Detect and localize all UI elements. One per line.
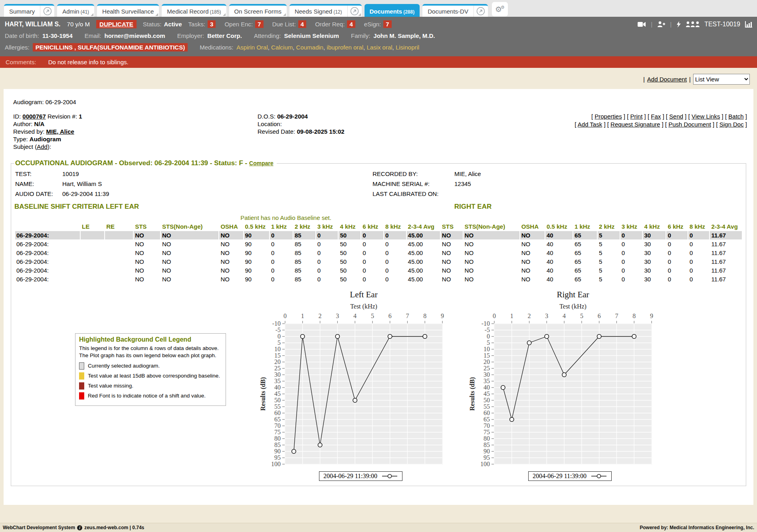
- right-ear-heading: RIGHT EAR: [454, 203, 492, 211]
- info-circle-icon[interactable]: i: [77, 525, 82, 530]
- compare-link[interactable]: Compare: [249, 160, 273, 166]
- right-col-6-khz: 6 kHz: [666, 222, 688, 231]
- batch-link[interactable]: Batch: [728, 113, 743, 120]
- document-actions-row2: [ Add Task ] [ Request Signature ] [ Pus…: [575, 121, 747, 129]
- counter-badge[interactable]: 7: [255, 20, 263, 28]
- family-label: Family:: [351, 32, 370, 39]
- legend-text: Test value missing.: [88, 382, 133, 390]
- legend-text: Red Font is to indicate notice of a shif…: [88, 392, 206, 399]
- row-cell: 0: [620, 266, 642, 275]
- svg-text:35: 35: [274, 378, 281, 384]
- audiogram-row[interactable]: 06-29-2004:NONONO900850500045.00NONONO40…: [15, 240, 742, 248]
- lightning-bolt-icon[interactable]: [676, 21, 681, 28]
- medication-item[interactable]: Calcium: [271, 44, 293, 51]
- row-cell: 5: [598, 257, 620, 266]
- row-cell: 0: [270, 266, 293, 275]
- dob-label: Date of birth:: [5, 32, 39, 39]
- svg-text:Test (kHz): Test (kHz): [559, 303, 587, 310]
- row-cell: 0: [666, 275, 688, 283]
- audiogram-legend-text: OCCUPATIONAL AUDIOGRAM - Observed: 06-29…: [15, 159, 247, 167]
- counter-label: eSign:: [364, 21, 381, 28]
- doc-id-link[interactable]: 0000767: [22, 113, 46, 120]
- external-link-icon[interactable]: [40, 6, 54, 17]
- audiogram-row[interactable]: 06-29-2004:NONONO900850500045.00NONONO40…: [15, 249, 742, 257]
- audiogram-row[interactable]: 06-29-2004:NONONO900850500045.00NONONO40…: [15, 231, 742, 239]
- tab-documents-dv[interactable]: Documents-DV: [422, 4, 488, 17]
- view-select[interactable]: List View: [693, 74, 750, 85]
- row-cell: NO: [161, 275, 219, 283]
- svg-text:70: 70: [274, 422, 281, 429]
- request-signature-link[interactable]: Request Signature: [610, 121, 660, 128]
- tab-admin[interactable]: Admin(41): [57, 4, 94, 17]
- send-link[interactable]: Send: [669, 113, 683, 120]
- audiogram-row[interactable]: 06-29-2004:NONONO900850500045.00NONONO40…: [15, 275, 742, 283]
- counter-badge[interactable]: 7: [383, 20, 391, 28]
- sign-doc-link[interactable]: Sign Doc: [719, 121, 744, 128]
- row-cell: 0: [316, 266, 338, 275]
- row-cell: 0: [270, 257, 293, 266]
- print-link[interactable]: Print: [630, 113, 643, 120]
- counter-badge[interactable]: 4: [298, 20, 306, 28]
- tab-on-screen-forms[interactable]: On Screen Forms: [229, 4, 287, 17]
- medication-item[interactable]: ibuprofen oral: [327, 44, 363, 51]
- properties-link[interactable]: Properties: [595, 113, 622, 120]
- svg-text:0: 0: [487, 333, 490, 340]
- add-task-link[interactable]: Add Task: [578, 121, 602, 128]
- svg-text:80: 80: [274, 435, 281, 442]
- three-users-icon[interactable]: [686, 21, 700, 27]
- medication-item[interactable]: Lasix oral: [367, 44, 392, 51]
- svg-text:-10: -10: [272, 320, 281, 327]
- tab-medical-record[interactable]: Medical Record(185): [162, 4, 226, 17]
- row-cell: 0: [666, 231, 688, 239]
- row-cell: NO: [441, 231, 463, 239]
- row-cell: NO: [464, 249, 519, 257]
- test-info-row: LAST CALIBRATED ON:: [373, 189, 481, 199]
- tab-documents[interactable]: Documents(288): [365, 4, 420, 17]
- tab-needs-signed[interactable]: Needs Signed(12): [289, 4, 362, 17]
- svg-text:40: 40: [274, 384, 281, 391]
- tab-health-surveillance[interactable]: Health Surveillance: [97, 4, 159, 17]
- doc-subject-line: Subject (Add):: [13, 143, 747, 150]
- external-link-icon[interactable]: [347, 6, 362, 17]
- add-document-link[interactable]: Add Document: [647, 76, 687, 83]
- fax-link[interactable]: Fax: [651, 113, 661, 120]
- external-link-icon[interactable]: [474, 6, 488, 17]
- medication-separator: ,: [392, 44, 396, 51]
- row-cell: 11.67: [710, 249, 742, 257]
- duplicate-flag[interactable]: DUPLICATE: [96, 20, 137, 28]
- document-actions-row1: [ Properties ] [ Print ] [ Fax ] [ Send …: [575, 113, 747, 121]
- video-camera-icon[interactable]: [638, 22, 646, 27]
- doc-type-line: Type: Audiogram: [13, 135, 747, 143]
- left-col-1-khz: 1 kHz: [270, 222, 293, 231]
- counter-badge[interactable]: 3: [208, 20, 216, 28]
- right-col-0.5-khz: 0.5 kHz: [545, 222, 573, 231]
- view-links-link[interactable]: View Links: [692, 113, 720, 120]
- row-cell: 0: [270, 231, 293, 239]
- settings-button[interactable]: ⚙ ⚙: [492, 2, 508, 16]
- row-cell: NO: [441, 257, 463, 266]
- row-cell: 0: [316, 275, 338, 283]
- user-plus-icon[interactable]: [657, 21, 665, 27]
- tab-summary[interactable]: Summary: [4, 4, 54, 17]
- medication-item[interactable]: Lisinopril: [396, 44, 419, 51]
- growth-chart-icon[interactable]: [745, 21, 752, 28]
- audiogram-row[interactable]: 06-29-2004:NONONO900850500045.00NONONO40…: [15, 266, 742, 275]
- svg-text:90: 90: [484, 448, 490, 455]
- row-cell: NO: [520, 249, 545, 257]
- medication-item[interactable]: Coumadin: [296, 44, 323, 51]
- svg-text:Test (kHz): Test (kHz): [350, 303, 377, 310]
- push-document-link[interactable]: Push Document: [668, 121, 711, 128]
- tab-label: Health Surveillance: [97, 8, 159, 15]
- row-cell: NO: [520, 257, 545, 266]
- document-actions: [ Properties ] [ Print ] [ Fax ] [ Send …: [575, 113, 747, 129]
- svg-text:5: 5: [277, 339, 281, 346]
- audiogram-row[interactable]: 06-29-2004:NONONO900850500045.00NONONO40…: [15, 257, 742, 266]
- counter-badge[interactable]: 4: [347, 20, 355, 28]
- allergies-value[interactable]: PENICILLINS , SULFA(SULFONAMIDE ANTIBIOT…: [33, 43, 188, 51]
- row-cell: 50: [339, 249, 361, 257]
- doc-revised-by-link[interactable]: MIE, Alice: [46, 128, 74, 135]
- medication-item[interactable]: Aspirin Oral: [236, 44, 268, 51]
- subject-add-link[interactable]: Add: [37, 143, 48, 150]
- row-cell: 11.67: [710, 275, 742, 283]
- left-col-osha: OSHA: [219, 222, 243, 231]
